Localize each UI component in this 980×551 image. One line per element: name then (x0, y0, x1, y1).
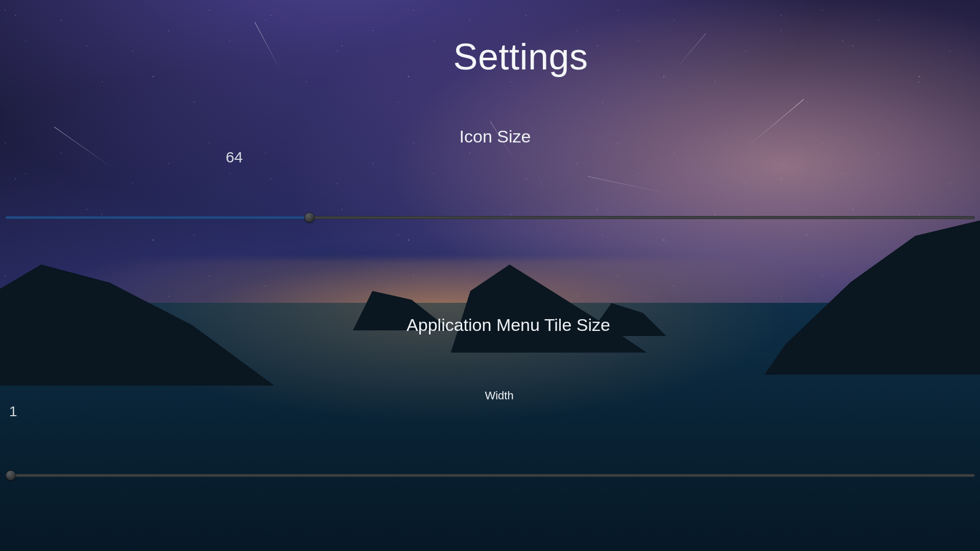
slider-thumb[interactable] (304, 212, 315, 223)
icon-size-value: 64 (226, 149, 980, 166)
icon-size-slider[interactable] (5, 212, 975, 223)
page-title: Settings (61, 36, 980, 78)
tile-width-slider[interactable] (5, 470, 975, 481)
settings-scroll-area[interactable]: Settings Icon Size 64 Application Menu T… (0, 0, 980, 551)
tile-width-label: Width (18, 389, 980, 402)
icon-size-label: Icon Size (10, 127, 980, 147)
app-menu-tile-size-label: Application Menu Tile Size (37, 315, 980, 335)
tile-width-value: 1 (9, 403, 980, 420)
slider-fill (5, 216, 309, 219)
slider-track (5, 474, 975, 477)
slider-thumb[interactable] (6, 470, 16, 481)
